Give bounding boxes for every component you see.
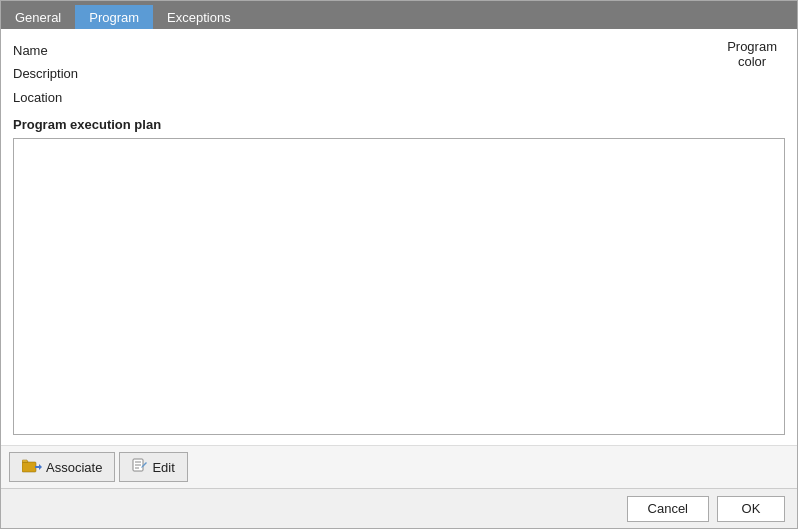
edit-button[interactable]: Edit (119, 452, 187, 482)
tab-general[interactable]: General (1, 5, 75, 29)
edit-label: Edit (152, 460, 174, 475)
edit-icon (132, 458, 148, 477)
dialog: General Program Exceptions Programcolor … (0, 0, 798, 529)
fields-row: Name Description Location (13, 39, 785, 109)
tab-exceptions[interactable]: Exceptions (153, 5, 245, 29)
footer-bar: Cancel OK (1, 488, 797, 528)
associate-button[interactable]: Associate (9, 452, 115, 482)
tab-program[interactable]: Program (75, 5, 153, 29)
program-color-label: Programcolor (727, 39, 777, 69)
execution-plan-header: Program execution plan (13, 117, 785, 132)
main-content: Programcolor Name Description Location P… (1, 29, 797, 445)
svg-rect-0 (22, 462, 36, 472)
name-label: Name (13, 39, 785, 62)
svg-marker-2 (39, 464, 42, 470)
associate-icon (22, 458, 42, 477)
tab-bar: General Program Exceptions (1, 1, 797, 29)
execution-plan-box (13, 138, 785, 435)
description-label: Description (13, 62, 785, 85)
cancel-button[interactable]: Cancel (627, 496, 709, 522)
ok-button[interactable]: OK (717, 496, 785, 522)
action-bar: Associate Edit (1, 445, 797, 488)
location-label: Location (13, 86, 785, 109)
associate-label: Associate (46, 460, 102, 475)
